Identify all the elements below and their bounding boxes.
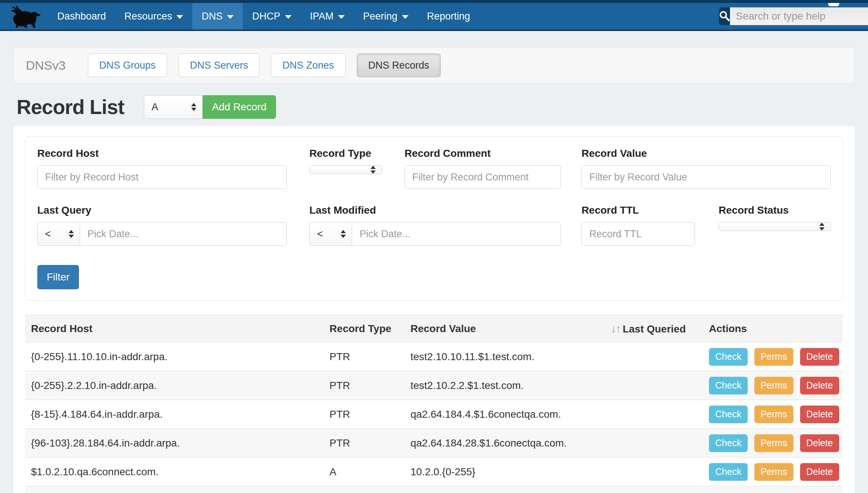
caret-down-icon <box>338 15 345 19</box>
record-type-cell: PTR <box>324 371 404 400</box>
perms-button[interactable]: Perms <box>754 406 793 423</box>
record-status-label: Record Status <box>719 204 831 216</box>
select-arrow-down-icon <box>371 170 376 174</box>
search-input[interactable] <box>730 7 868 25</box>
perms-button[interactable]: Perms <box>754 377 793 394</box>
record-ttl-filter-input[interactable] <box>582 222 695 246</box>
record-comment-label: Record Comment <box>404 148 561 159</box>
nav-item-resources[interactable]: Resources <box>115 3 192 30</box>
record-comment-filter-input[interactable] <box>404 165 561 189</box>
dnsv3-subnav-panel: DNSv3 DNS Groups DNS Servers DNS Zones D… <box>13 47 855 83</box>
last-modified-label: Last Modified <box>309 204 561 216</box>
last-query-date-input[interactable] <box>80 222 287 246</box>
nav-item-dashboard[interactable]: Dashboard <box>48 3 115 30</box>
check-button[interactable]: Check <box>709 406 748 423</box>
last-query-label: Last Query <box>37 204 287 216</box>
check-button[interactable]: Check <box>709 434 748 452</box>
nav-label: Dashboard <box>57 11 106 22</box>
delete-button[interactable]: Delete <box>800 406 839 423</box>
perms-button[interactable]: Perms <box>754 348 793 366</box>
record-type-cell: A <box>324 458 404 486</box>
last-modified-operator-select[interactable]: < <box>309 222 352 246</box>
caret-down-icon <box>227 15 234 19</box>
delete-button[interactable]: Delete <box>800 434 839 452</box>
record-ttl-label: Record TTL <box>582 204 695 216</box>
table-header-row: Record Host Record Type Record Value ↓↑L… <box>25 315 843 342</box>
last-modified-date-input[interactable] <box>352 222 561 246</box>
nav-label: Resources <box>124 11 172 22</box>
column-header-last-queried[interactable]: ↓↑Last Queried <box>605 315 703 342</box>
nav-item-reporting[interactable]: Reporting <box>418 3 479 30</box>
column-header-actions: Actions <box>703 315 843 342</box>
nav-label: Peering <box>363 11 397 22</box>
search-icon <box>719 10 730 23</box>
moose-logo-icon[interactable] <box>7 3 44 30</box>
nav-item-peering[interactable]: Peering <box>354 3 418 30</box>
actions-cell: Check Perms Delete <box>703 429 843 458</box>
column-label: Last Queried <box>623 323 686 335</box>
caret-down-icon <box>176 15 183 19</box>
nav-item-ipam[interactable]: IPAM <box>301 3 354 30</box>
record-host-label: Record Host <box>37 148 287 159</box>
last-queried-cell <box>605 429 703 458</box>
record-host-cell: {0-255}.2.2.10.in-addr.arpa. <box>25 371 324 400</box>
column-header-record-type: Record Type <box>324 315 404 342</box>
select-arrow-up-icon <box>69 230 74 233</box>
record-type-cell: PTR <box>324 342 404 371</box>
check-button[interactable]: Check <box>709 377 748 394</box>
delete-button[interactable]: Delete <box>800 377 839 394</box>
actions-cell: Check Perms Delete <box>703 400 843 429</box>
selected-value: < <box>45 228 51 240</box>
record-value-label: Record Value <box>582 148 831 159</box>
tab-dns-zones[interactable]: DNS Zones <box>271 54 345 77</box>
record-value-cell: test2.10.2.2.$1.test.com. <box>404 371 605 400</box>
record-host-cell: {0-255}.11.10.10.in-addr.arpa. <box>25 342 324 371</box>
record-value-filter-input[interactable] <box>582 165 831 189</box>
filter-submit-button[interactable]: Filter <box>37 265 79 289</box>
nav-label: DNS <box>202 11 223 22</box>
last-query-operator-select[interactable]: < <box>37 222 80 246</box>
add-record-group: A Add Record <box>144 95 276 119</box>
check-button[interactable]: Check <box>709 463 748 481</box>
nav-label: IPAM <box>310 11 334 22</box>
record-value-cell: qa2.64.184.28.$1.6conectqa.com. <box>404 429 605 458</box>
selected-value: A <box>152 101 158 113</box>
tab-dns-groups[interactable]: DNS Groups <box>88 54 167 77</box>
last-queried-cell <box>605 458 703 486</box>
table-row: {96-103}.28.184.64.in-addr.arpa. PTR qa2… <box>25 429 843 458</box>
record-value-cell: qa2.64.184.4.$1.6conectqa.com. <box>404 400 605 429</box>
perms-button[interactable]: Perms <box>754 434 793 452</box>
record-type-filter-select[interactable] <box>309 165 382 174</box>
select-arrow-down-icon <box>819 227 824 231</box>
record-type-add-select[interactable]: A <box>144 95 203 119</box>
tab-dns-records[interactable]: DNS Records <box>357 54 441 77</box>
dnsv3-title: DNSv3 <box>26 58 66 73</box>
record-type-cell: PTR <box>324 400 404 429</box>
records-table: Record Host Record Type Record Value ↓↑L… <box>25 315 843 493</box>
selected-value: < <box>317 228 323 240</box>
nav-item-dhcp[interactable]: DHCP <box>243 3 301 30</box>
check-button[interactable]: Check <box>709 348 748 366</box>
perms-button[interactable]: Perms <box>754 463 793 481</box>
search-button[interactable] <box>719 7 730 25</box>
record-type-label: Record Type <box>309 148 382 159</box>
tab-dns-servers[interactable]: DNS Servers <box>179 54 260 77</box>
delete-button[interactable]: Delete <box>800 348 839 366</box>
delete-button[interactable]: Delete <box>800 463 839 481</box>
record-list-header: Record List A Add Record <box>17 94 855 120</box>
nav-item-dns[interactable]: DNS <box>192 3 243 30</box>
table-row-partial <box>25 486 843 493</box>
select-arrow-up-icon <box>341 230 346 233</box>
column-header-record-host: Record Host <box>25 315 324 342</box>
nav-label: DHCP <box>252 11 280 22</box>
dnsv3-tabs: DNS Groups DNS Servers DNS Zones DNS Rec… <box>88 54 441 77</box>
add-record-button[interactable]: Add Record <box>203 95 276 119</box>
record-value-cell: 10.2.0.{0-255} <box>404 458 605 486</box>
sort-desc-icon: ↓ <box>611 323 616 335</box>
table-row: {0-255}.2.2.10.in-addr.arpa. PTR test2.1… <box>25 371 843 400</box>
record-host-cell: {96-103}.28.184.64.in-addr.arpa. <box>25 429 324 458</box>
record-host-filter-input[interactable] <box>37 165 287 189</box>
record-status-filter-select[interactable] <box>719 222 831 231</box>
sort-asc-icon: ↑ <box>616 323 620 335</box>
global-search <box>719 7 858 25</box>
